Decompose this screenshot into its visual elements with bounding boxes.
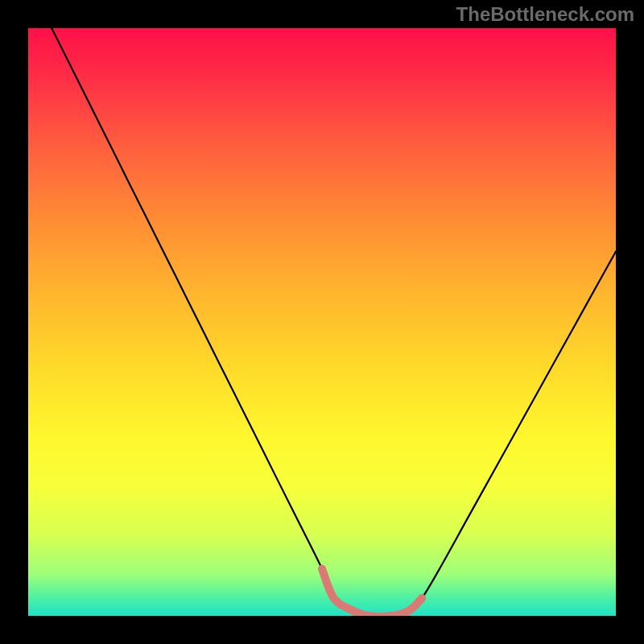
curve-svg (28, 28, 616, 616)
curve-layer (28, 28, 616, 616)
plot-area (28, 28, 616, 616)
bottleneck-curve (28, 28, 616, 616)
watermark-text: TheBottleneck.com (456, 3, 634, 26)
bottom-highlight (322, 569, 422, 616)
chart-container: TheBottleneck.com (0, 0, 644, 644)
